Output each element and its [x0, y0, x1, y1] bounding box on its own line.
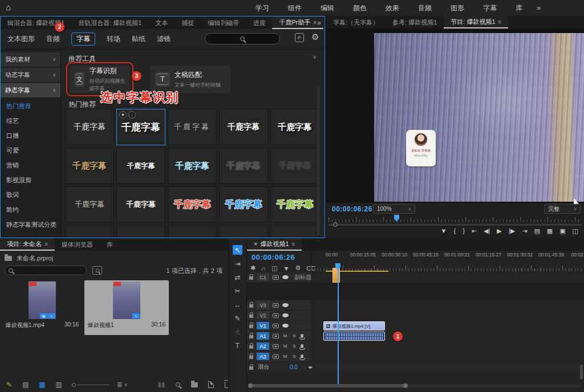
- monitor-timecode[interactable]: 00:00:06:26: [332, 205, 372, 213]
- track-id[interactable]: V2: [257, 312, 269, 319]
- panel-tab[interactable]: 编辑到磁带: [201, 17, 246, 29]
- plugin-category-tab[interactable]: 字幕: [71, 32, 95, 46]
- subtitle-template-card[interactable]: ★ ↓: [219, 225, 268, 238]
- timeline-settings-icon[interactable]: ⚙: [295, 264, 301, 272]
- preview-search-icon[interactable]: [92, 266, 102, 275]
- mute-button[interactable]: M: [282, 354, 288, 359]
- track-id[interactable]: V1: [257, 322, 269, 329]
- toggle-visibility-icon[interactable]: [282, 324, 289, 328]
- toggle-visibility-icon[interactable]: [282, 313, 289, 317]
- subtitle-template-card[interactable]: ★ ↓: [270, 225, 319, 238]
- hand-tool[interactable]: ☝: [233, 327, 242, 337]
- scroll-thumb[interactable]: [249, 384, 407, 387]
- workspace-menu-item[interactable]: 颜色: [353, 3, 367, 13]
- source-patch-icon[interactable]: [273, 324, 279, 328]
- playback-resolution-dropdown[interactable]: 完整∨: [544, 204, 581, 214]
- subtitle-template-card[interactable]: ★ ↓: [116, 225, 165, 238]
- subtitle-template-card[interactable]: ★ ↓ 千鹿字幕: [65, 109, 114, 145]
- lock-icon[interactable]: [249, 356, 253, 359]
- razor-tool[interactable]: ✂: [233, 286, 242, 296]
- timeline-timecode[interactable]: 00:00:06:26: [252, 253, 295, 262]
- source-patch-icon[interactable]: [273, 313, 279, 318]
- project-tab[interactable]: 库: [100, 238, 120, 251]
- linked-selection-icon[interactable]: ◫: [271, 264, 277, 272]
- new-item-icon[interactable]: [208, 381, 214, 388]
- workspace-overflow-icon[interactable]: »: [537, 3, 541, 12]
- timeline-ruler[interactable]: 00:0000:00:15:0500:00:30:1000:00:45:1600…: [311, 252, 584, 271]
- track-id[interactable]: V3: [257, 301, 269, 309]
- extract-icon[interactable]: ▦: [547, 227, 553, 235]
- voiceover-mic-icon[interactable]: [301, 334, 303, 338]
- subtitle-template-card[interactable]: ★ ↓ 千鹿字幕: [270, 148, 319, 184]
- ripple-edit-tool[interactable]: ⇄: [233, 272, 242, 282]
- find-icon[interactable]: [175, 382, 181, 387]
- source-patch-icon[interactable]: [273, 275, 279, 280]
- favorite-star-icon[interactable]: ★: [119, 111, 127, 119]
- download-icon[interactable]: ↓: [128, 111, 136, 119]
- caption-lane[interactable]: [311, 272, 584, 282]
- panel-tab[interactable]: 文本: [148, 17, 175, 29]
- subtitle-template-card[interactable]: ★ ↓ 千鹿字幕: [219, 109, 268, 145]
- subtitle-template-card[interactable]: ★ ↓ 千鹿字幕: [270, 109, 319, 145]
- lock-icon[interactable]: [249, 335, 253, 338]
- mute-button[interactable]: M: [282, 333, 288, 338]
- audio-lane[interactable]: [311, 341, 584, 351]
- video-clip[interactable]: fx 爆款视频1.mp4 [V]: [323, 321, 385, 330]
- step-forward-icon[interactable]: |▶: [509, 227, 515, 235]
- panel-menu-icon[interactable]: ≡: [313, 19, 317, 26]
- toggle-visibility-icon[interactable]: [282, 303, 289, 307]
- source-patch-icon[interactable]: [273, 354, 279, 359]
- monitor-tab[interactable]: 参考: 爆款视频1: [386, 16, 444, 28]
- delete-icon[interactable]: [224, 382, 228, 388]
- monitor-tab[interactable]: 节目: 爆款视频1 ≡: [444, 16, 508, 28]
- plugin-category-tab[interactable]: 转场: [107, 34, 120, 44]
- lock-icon[interactable]: [249, 304, 253, 308]
- export-frame-icon[interactable]: ▣: [559, 227, 565, 235]
- voiceover-mic-icon[interactable]: [301, 354, 303, 358]
- subtitle-template-card[interactable]: ★ ↓ 千鹿字幕: [219, 186, 268, 223]
- panel-tab[interactable]: 捕捉: [175, 17, 201, 29]
- timeline-tab[interactable]: × 爆款视频1 ≡: [247, 238, 302, 251]
- subtitle-template-card[interactable]: ★ ↓ 千鹿字幕: [65, 186, 114, 223]
- plugin-scrollbar[interactable]: [317, 85, 320, 235]
- plugin-category-tab[interactable]: 音频: [46, 34, 60, 44]
- subtitle-template-card[interactable]: ★ ↓ 千鹿字幕: [116, 109, 165, 145]
- caption-clip[interactable]: [332, 268, 340, 283]
- subtitle-template-card[interactable]: ★ ↓ 千鹿字幕: [219, 148, 268, 184]
- solo-button[interactable]: S: [291, 344, 297, 349]
- monitor-ruler[interactable]: [328, 215, 582, 222]
- workspace-menu-item[interactable]: 编辑: [321, 3, 334, 13]
- workspace-menu-item[interactable]: 音频: [418, 3, 432, 13]
- panel-tab[interactable]: 进度: [246, 17, 272, 29]
- snap-icon[interactable]: ∩: [261, 265, 266, 272]
- audio-lane[interactable]: [311, 352, 584, 361]
- play-icon[interactable]: ▶: [497, 227, 501, 235]
- voiceover-mic-icon[interactable]: [301, 344, 303, 348]
- sidebar-category-item[interactable]: 口播: [1, 128, 60, 143]
- plugin-search-input[interactable]: [205, 33, 280, 44]
- audio-clip[interactable]: [323, 332, 385, 341]
- type-tool[interactable]: T: [233, 341, 242, 350]
- track-select-tool[interactable]: ⇥: [233, 259, 242, 268]
- tool-card[interactable]: T 文稿匹配 文本一键对齐时间轴: [151, 66, 230, 93]
- solo-button[interactable]: S: [291, 333, 297, 338]
- subtitle-template-card[interactable]: ★ ↓ 千鹿字幕: [65, 148, 114, 184]
- sidebar-category-item[interactable]: 综艺: [1, 113, 60, 128]
- monitor-tab[interactable]: 字幕:（无字幕）: [326, 16, 386, 28]
- lock-icon[interactable]: [249, 315, 253, 318]
- plugin-category-tab[interactable]: 文本图形: [7, 34, 35, 44]
- icon-view-icon[interactable]: ▦: [39, 381, 46, 389]
- subtitle-template-card[interactable]: ★ ↓ 千鹿字幕: [168, 109, 217, 145]
- zoom-level-dropdown[interactable]: 100%∨: [373, 204, 415, 214]
- project-search-input[interactable]: [5, 266, 87, 275]
- video-lane[interactable]: [311, 300, 584, 310]
- workspace-menu-item[interactable]: 字幕: [483, 3, 497, 13]
- add-marker-icon[interactable]: ▼: [283, 265, 290, 272]
- lock-icon[interactable]: [249, 345, 253, 349]
- keyframe-nav-icon[interactable]: ◂▸: [308, 364, 312, 370]
- lock-icon[interactable]: [249, 325, 253, 328]
- subtitle-template-card[interactable]: ★ ↓ 千鹿字幕: [168, 148, 217, 184]
- panel-menu-icon[interactable]: ≡: [498, 19, 502, 25]
- panel-overflow-icon[interactable]: »: [317, 19, 321, 27]
- new-bin-icon[interactable]: [191, 382, 198, 387]
